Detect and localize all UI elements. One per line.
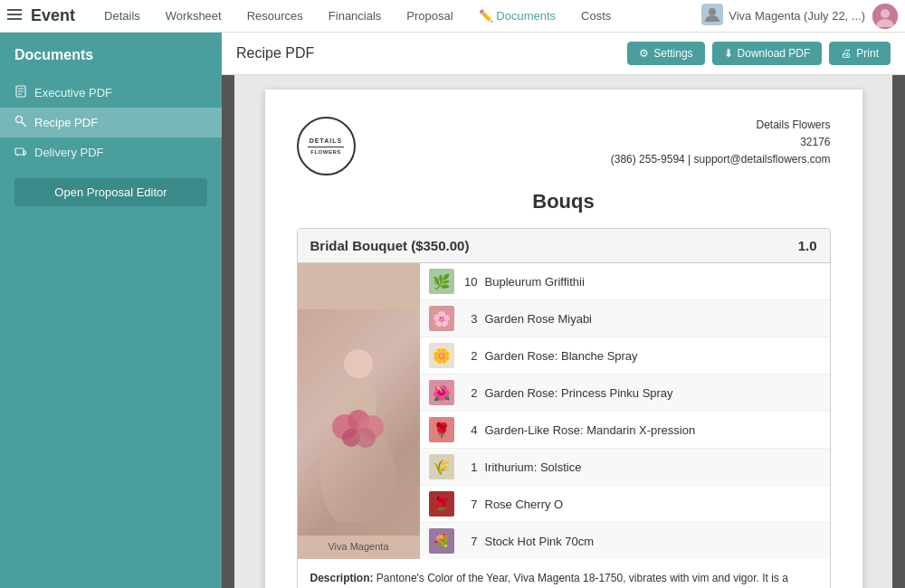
flower-row-7: 💐 7 Stock Hot Pink 70cm: [420, 523, 830, 559]
sidebar-title: Documents: [0, 47, 222, 78]
recipe-quantity: 1.0: [798, 238, 817, 253]
nav-link-details[interactable]: Details: [93, 4, 151, 28]
flower-name-7: Stock Hot Pink 70cm: [485, 535, 595, 548]
recipe-flower-list: 🌿 10 Bupleurum Griffithii 🌸 3 Garden Ros…: [420, 263, 830, 559]
svg-rect-0: [7, 9, 22, 11]
flower-count-7: 7: [462, 535, 478, 548]
svg-rect-1: [7, 14, 22, 15]
nav-link-worksheet[interactable]: Worksheet: [155, 4, 233, 28]
top-navigation: Event Details Worksheet Resources Financ…: [0, 0, 905, 33]
nav-links: Details Worksheet Resources Financials P…: [93, 4, 701, 28]
description-text: Pantone's Color of the Year, Viva Magent…: [310, 572, 804, 588]
page-title: Recipe PDF: [236, 45, 314, 62]
delivery-icon: [14, 145, 27, 160]
flower-thumb-4: 🌹: [429, 417, 454, 442]
pdf-section-title: Bouqs: [297, 190, 831, 213]
svg-point-6: [881, 9, 890, 18]
flower-count-0: 10: [462, 275, 478, 289]
flower-name-6: Rose Cherry O: [485, 498, 564, 511]
sidebar-item-executive-pdf[interactable]: Executive PDF: [0, 78, 222, 108]
flower-thumb-2: 🌼: [429, 343, 454, 368]
company-name: Details Flowers: [611, 117, 831, 134]
header-actions: ⚙ Settings ⬇ Download PDF 🖨 Print: [627, 42, 891, 65]
flower-row-2: 🌼 2 Garden Rose: Blanche Spray: [420, 337, 830, 375]
svg-point-4: [709, 8, 716, 15]
company-logo: DETAILS FLOWERS: [297, 117, 356, 175]
company-contact: (386) 255-9594 | support@detailsflowers.…: [611, 151, 831, 168]
pdf-header: DETAILS FLOWERS Details Flowers 32176 (3…: [297, 117, 831, 175]
svg-rect-13: [15, 148, 24, 155]
nav-link-documents[interactable]: ✏️ Documents: [468, 4, 567, 28]
left-shadow-column: [222, 75, 234, 588]
print-button[interactable]: 🖨 Print: [829, 42, 891, 65]
flower-count-5: 1: [462, 460, 478, 474]
pdf-area[interactable]: DETAILS FLOWERS Details Flowers 32176 (3…: [234, 75, 892, 588]
flower-name-5: Irithurium: Solstice: [485, 460, 582, 474]
company-zip: 32176: [611, 134, 831, 151]
nav-right: Viva Magenta (July 22, ...): [701, 4, 898, 29]
flower-row-0: 🌿 10 Bupleurum Griffithii: [420, 263, 830, 300]
svg-point-15: [24, 155, 25, 156]
settings-button[interactable]: ⚙ Settings: [627, 42, 704, 65]
svg-point-11: [16, 117, 23, 123]
recipe-description: Description: Pantone's Color of the Year…: [298, 559, 830, 588]
user-name: Viva Magenta (July 22, ...): [729, 9, 865, 23]
flower-name-1: Garden Rose Miyabi: [485, 312, 593, 326]
download-icon: ⬇: [724, 47, 733, 60]
pdf-page: DETAILS FLOWERS Details Flowers 32176 (3…: [265, 90, 862, 588]
flower-row-3: 🌺 2 Garden Rose: Princess Pinku Spray: [420, 375, 830, 412]
flower-row-5: 🌾 1 Irithurium: Solstice: [420, 449, 830, 486]
flower-row-1: 🌸 3 Garden Rose Miyabi: [420, 300, 830, 337]
flower-count-3: 2: [462, 386, 478, 400]
flower-count-1: 3: [462, 312, 478, 326]
flower-name-2: Garden Rose: Blanche Spray: [485, 349, 638, 363]
svg-point-14: [17, 155, 19, 156]
svg-point-18: [344, 349, 373, 378]
main-content: Recipe PDF ⚙ Settings ⬇ Download PDF 🖨 P…: [222, 33, 905, 588]
user-icon: [701, 4, 723, 28]
svg-rect-2: [7, 18, 22, 20]
hamburger-icon[interactable]: [7, 7, 22, 24]
recipe-name: Bridal Bouquet ($350.00): [310, 238, 470, 253]
sidebar-item-label-recipe: Recipe PDF: [34, 116, 98, 129]
recipe-card-header: Bridal Bouquet ($350.00) 1.0: [298, 229, 830, 263]
page-layout: Documents Executive PDF Recipe PDF Deliv…: [0, 33, 905, 588]
recipe-photo: [298, 309, 420, 536]
print-icon: 🖨: [841, 47, 852, 60]
sidebar: Documents Executive PDF Recipe PDF Deliv…: [0, 33, 222, 588]
flower-thumb-1: 🌸: [429, 306, 454, 331]
nav-link-proposal[interactable]: Proposal: [395, 4, 463, 28]
sidebar-item-recipe-pdf[interactable]: Recipe PDF: [0, 108, 222, 138]
flower-name-0: Bupleurum Griffithii: [485, 275, 585, 289]
flower-count-6: 7: [462, 498, 478, 511]
recipe-body: Viva Magenta 🌿 10 Bupleurum Griffithii: [298, 263, 830, 559]
flower-thumb-5: 🌾: [429, 454, 454, 479]
nav-link-financials[interactable]: Financials: [318, 4, 393, 28]
flower-row-4: 🌹 4 Garden-Like Rose: Mandarin X-pressio…: [420, 412, 830, 449]
avatar: [872, 4, 898, 29]
recipe-image-panel: Viva Magenta: [298, 263, 420, 559]
flower-thumb-3: 🌺: [429, 380, 454, 405]
recipe-card: Bridal Bouquet ($350.00) 1.0: [297, 228, 831, 588]
download-pdf-button[interactable]: ⬇ Download PDF: [712, 42, 823, 65]
key-icon: [14, 115, 27, 130]
flower-count-4: 4: [462, 423, 478, 437]
flower-count-2: 2: [462, 349, 478, 363]
right-shadow-column: [892, 75, 905, 588]
svg-line-12: [22, 122, 26, 127]
nav-link-resources[interactable]: Resources: [236, 4, 314, 28]
content-header: Recipe PDF ⚙ Settings ⬇ Download PDF 🖨 P…: [222, 33, 905, 75]
description-label: Description:: [310, 572, 374, 584]
sidebar-item-delivery-pdf[interactable]: Delivery PDF: [0, 138, 222, 167]
nav-link-costs[interactable]: Costs: [570, 4, 622, 28]
flower-thumb-7: 💐: [429, 528, 454, 554]
document-icon: [14, 85, 27, 100]
svg-point-23: [356, 428, 376, 448]
recipe-image-label: Viva Magenta: [328, 541, 388, 552]
gear-icon: ⚙: [639, 47, 649, 60]
brand-title: Event: [31, 6, 75, 25]
sidebar-item-label-delivery: Delivery PDF: [34, 146, 104, 159]
company-info: Details Flowers 32176 (386) 255-9594 | s…: [611, 117, 831, 169]
flower-name-3: Garden Rose: Princess Pinku Spray: [485, 386, 673, 400]
open-proposal-editor-button[interactable]: Open Proposal Editor: [14, 178, 207, 206]
